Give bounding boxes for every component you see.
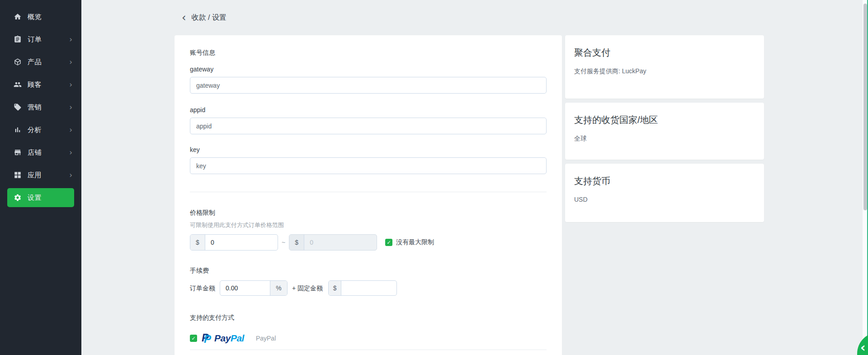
percent-fee-group: % (220, 280, 288, 296)
key-input[interactable] (190, 157, 547, 174)
info-card-body: 全球 (574, 135, 755, 142)
sidebar-item-label: 产品 (28, 58, 69, 66)
info-cards-column: 聚合支付 支付服务提供商: LuckPay 支持的收货国家/地区 全球 支持货币… (565, 35, 764, 226)
chevron-right-icon: › (69, 58, 72, 66)
sidebar: 概览 订单 › 产品 › 顾客 › 营销 › 分析 › 店铺 › 应用 › 设置 (0, 0, 81, 355)
home-icon (14, 13, 22, 21)
sidebar-item-label: 分析 (28, 126, 69, 134)
paypal-method-name: PayPal (256, 335, 276, 342)
max-price-group: $ (289, 234, 377, 251)
section-divider (190, 192, 547, 192)
customers-icon (14, 80, 22, 89)
orders-icon (14, 35, 22, 43)
sidebar-item-overview[interactable]: 概览 (0, 5, 81, 28)
sidebar-item-marketing[interactable]: 营销 › (0, 96, 81, 118)
sidebar-item-label: 营销 (28, 103, 69, 112)
range-separator: ~ (282, 239, 285, 246)
breadcrumb-text: 收款 / 设置 (192, 13, 226, 23)
min-price-input[interactable] (205, 235, 278, 250)
max-price-input[interactable] (304, 235, 377, 250)
paypal-monogram-icon: P P (202, 332, 213, 344)
main-content: ‹ 收款 / 设置 账号信息 gateway appid key 价格限制 可限… (81, 0, 868, 355)
payment-settings-card: 账号信息 gateway appid key 价格限制 可限制使用此支付方式订单… (175, 35, 562, 355)
sidebar-item-label: 应用 (28, 171, 69, 180)
paypal-checkbox[interactable]: ✓ (190, 335, 197, 342)
store-icon (14, 148, 22, 156)
no-max-label: 没有最大限制 (396, 238, 434, 246)
chevron-right-icon: › (69, 126, 72, 134)
min-price-group: $ (190, 234, 278, 251)
analytics-icon (14, 126, 22, 134)
order-amount-label: 订单金额 (190, 284, 215, 292)
products-icon (14, 58, 22, 66)
chevron-right-icon: › (69, 171, 72, 179)
gateway-label: gateway (190, 66, 547, 73)
fixed-fee-group: $ (328, 280, 397, 296)
chevron-right-icon: › (69, 81, 72, 89)
chevron-left-icon: ‹ (860, 341, 866, 354)
sidebar-item-label: 概览 (28, 13, 72, 21)
sidebar-item-products[interactable]: 产品 › (0, 51, 81, 73)
breadcrumb: ‹ 收款 / 设置 (182, 13, 226, 23)
supported-countries-card: 支持的收货国家/地区 全球 (565, 103, 764, 160)
fee-title: 手续费 (190, 267, 547, 275)
sidebar-item-analytics[interactable]: 分析 › (0, 118, 81, 141)
percent-suffix: % (270, 281, 287, 295)
appid-label: appid (190, 106, 547, 114)
plus-fixed-label: + 固定金额 (292, 284, 323, 292)
info-card-title: 聚合支付 (574, 47, 755, 58)
price-limit-title: 价格限制 (190, 209, 547, 217)
price-limit-row: $ ~ $ ✓ 没有最大限制 (190, 234, 547, 251)
sidebar-item-label: 设置 (28, 194, 66, 202)
paypal-method-row: ✓ P P PayPal PayPal (190, 331, 547, 345)
marketing-icon (14, 103, 22, 111)
info-card-title: 支持的收货国家/地区 (574, 114, 755, 125)
sidebar-item-label: 订单 (28, 35, 69, 44)
chevron-right-icon: › (69, 149, 72, 156)
sidebar-item-label: 顾客 (28, 80, 69, 89)
info-card-body: 支付服务提供商: LuckPay (574, 67, 755, 75)
key-label: key (190, 146, 547, 154)
currency-prefix: $ (289, 235, 304, 250)
currency-prefix: $ (329, 281, 341, 295)
fee-row: 订单金额 % + 固定金额 $ (190, 280, 547, 296)
currency-prefix: $ (190, 235, 205, 250)
section-divider (190, 350, 547, 350)
sidebar-item-customers[interactable]: 顾客 › (0, 73, 81, 96)
sidebar-item-apps[interactable]: 应用 › (0, 164, 81, 186)
chevron-right-icon: › (69, 104, 72, 111)
appid-input[interactable] (190, 118, 547, 134)
account-info-title: 账号信息 (190, 49, 547, 57)
payment-methods-title: 支持的支付方式 (190, 314, 547, 322)
scrollbar-thumb[interactable] (863, 4, 867, 210)
fixed-fee-input[interactable] (341, 281, 396, 295)
back-button[interactable]: ‹ (182, 13, 186, 23)
sidebar-item-orders[interactable]: 订单 › (0, 28, 81, 51)
settings-icon (14, 194, 22, 202)
sidebar-item-settings[interactable]: 设置 (7, 188, 74, 207)
price-limit-subtitle: 可限制使用此支付方式订单价格范围 (190, 222, 547, 229)
gateway-input[interactable] (190, 77, 547, 94)
sidebar-item-label: 店铺 (28, 148, 69, 157)
no-max-checkbox[interactable]: ✓ (385, 239, 392, 246)
supported-currency-card: 支持货币 USD (565, 164, 764, 222)
info-card-body: USD (574, 196, 755, 204)
sidebar-item-store[interactable]: 店铺 › (0, 141, 81, 164)
percent-fee-input[interactable] (220, 281, 270, 295)
paypal-logo-icon: P P PayPal (202, 332, 244, 344)
apps-icon (14, 171, 22, 179)
chevron-right-icon: › (69, 36, 72, 43)
aggregated-payment-card: 聚合支付 支付服务提供商: LuckPay (565, 35, 764, 99)
info-card-title: 支持货币 (574, 175, 755, 186)
